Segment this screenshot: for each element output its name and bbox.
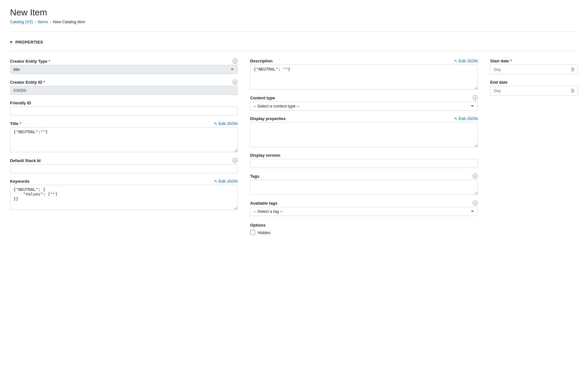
creator-entity-id-info-icon[interactable]: ℹ <box>233 80 238 85</box>
tags-group: Tags ℹ <box>250 174 478 195</box>
creator-entity-id-input <box>10 86 238 95</box>
keywords-textarea[interactable]: {"NEUTRAL": { "Values": [""] }} <box>10 185 238 210</box>
display-properties-textarea[interactable] <box>250 122 478 147</box>
keywords-group: Keywords ✎ Edit JSON {"NEUTRAL": { "Valu… <box>10 179 238 210</box>
breadcrumb-sep-1: › <box>35 20 36 24</box>
available-tags-label: Available tags <box>250 201 277 206</box>
creator-entity-type-info-icon[interactable]: ℹ <box>233 59 238 64</box>
breadcrumb: Catalog (V2) › Items › New Catalog Item <box>10 19 578 24</box>
friendly-id-input[interactable] <box>10 107 238 116</box>
tags-label: Tags <box>250 174 259 179</box>
title-textarea[interactable]: {"NEUTRAL":""} <box>10 127 238 152</box>
title-pencil-icon: ✎ <box>214 122 217 126</box>
form-grid: Creator Entity Type * ℹ title Creator En… <box>10 59 578 235</box>
title-edit-json-button[interactable]: ✎ Edit JSON <box>214 121 238 126</box>
display-version-label: Display version <box>250 153 478 158</box>
content-type-info-icon[interactable]: ℹ <box>473 95 478 100</box>
default-stack-id-label: Default Stack Id <box>10 158 41 163</box>
hidden-checkbox-label: Hidden <box>258 230 270 235</box>
creator-entity-type-required: * <box>49 59 50 64</box>
end-date-input-wrap: 🗓 <box>490 86 578 96</box>
creator-entity-id-required: * <box>44 80 45 85</box>
default-stack-id-group: Default Stack Id ℹ <box>10 158 238 173</box>
description-pencil-icon: ✎ <box>454 59 457 63</box>
display-version-input[interactable] <box>250 159 478 168</box>
breadcrumb-parent[interactable]: Items <box>38 19 48 24</box>
default-stack-id-info-icon[interactable]: ℹ <box>233 158 238 163</box>
start-date-input-wrap: 🗓 <box>490 65 578 74</box>
title-required: * <box>20 121 21 126</box>
start-date-label: Start date * <box>490 59 578 63</box>
section-divider <box>10 51 578 51</box>
display-version-group: Display version <box>250 153 478 168</box>
start-date-calendar-icon[interactable]: 🗓 <box>568 65 578 74</box>
display-properties-label: Display properties <box>250 116 286 121</box>
display-properties-pencil-icon: ✎ <box>454 117 457 121</box>
column-1: Creator Entity Type * ℹ title Creator En… <box>10 59 238 235</box>
friendly-id-group: Friendly ID <box>10 101 238 116</box>
column-3: Start date * 🗓 End date 🗓 <box>490 59 578 235</box>
hidden-checkbox[interactable] <box>250 230 255 235</box>
default-stack-id-input[interactable] <box>10 164 238 173</box>
start-date-group: Start date * 🗓 <box>490 59 578 74</box>
display-properties-group: Display properties ✎ Edit JSON <box>250 116 478 147</box>
page-title: New Item <box>10 8 578 18</box>
display-properties-edit-json-button[interactable]: ✎ Edit JSON <box>454 116 478 121</box>
header-divider <box>10 32 578 32</box>
content-type-label: Content type <box>250 96 275 100</box>
keywords-label: Keywords <box>10 179 29 184</box>
creator-entity-id-group: Creator Entity ID * ℹ <box>10 80 238 95</box>
creator-entity-type-select[interactable]: title <box>10 65 238 74</box>
title-group: Title * ✎ Edit JSON {"NEUTRAL":""} <box>10 121 238 152</box>
available-tags-group: Available tags ℹ -- Select a tag -- <box>250 201 478 216</box>
end-date-input[interactable] <box>491 86 568 95</box>
description-edit-json-button[interactable]: ✎ Edit JSON <box>454 59 478 63</box>
friendly-id-label: Friendly ID <box>10 101 238 105</box>
breadcrumb-root[interactable]: Catalog (V2) <box>10 19 33 24</box>
options-group: Options Hidden <box>250 223 478 235</box>
hidden-checkbox-row: Hidden <box>250 230 478 235</box>
content-type-select[interactable]: -- Select a content type -- <box>250 102 478 111</box>
available-tags-select[interactable]: -- Select a tag -- <box>250 207 478 216</box>
available-tags-info-icon[interactable]: ℹ <box>473 201 478 206</box>
properties-section-header: ▾ PROPERTIES <box>10 39 578 44</box>
column-2: Description ✎ Edit JSON {"NEUTRAL": ""} … <box>250 59 478 235</box>
description-group: Description ✎ Edit JSON {"NEUTRAL": ""} <box>250 59 478 90</box>
keywords-edit-json-button[interactable]: ✎ Edit JSON <box>214 179 238 184</box>
tags-textarea[interactable] <box>250 180 478 195</box>
end-date-calendar-icon[interactable]: 🗓 <box>568 86 578 95</box>
section-toggle-button[interactable]: ▾ <box>10 39 12 44</box>
keywords-pencil-icon: ✎ <box>214 179 217 184</box>
end-date-group: End date 🗓 <box>490 80 578 96</box>
creator-entity-type-group: Creator Entity Type * ℹ title <box>10 59 238 74</box>
content-type-group: Content type ℹ -- Select a content type … <box>250 95 478 111</box>
start-date-required: * <box>510 59 512 63</box>
options-label: Options <box>250 223 478 227</box>
title-label: Title * <box>10 121 21 126</box>
end-date-label: End date <box>490 80 578 85</box>
description-textarea[interactable]: {"NEUTRAL": ""} <box>250 65 478 90</box>
tags-info-icon[interactable]: ℹ <box>473 174 478 179</box>
breadcrumb-sep-2: › <box>50 20 51 24</box>
creator-entity-type-label: Creator Entity Type * <box>10 59 50 64</box>
breadcrumb-current: New Catalog Item <box>53 19 85 24</box>
description-label: Description <box>250 59 273 63</box>
start-date-input[interactable] <box>491 65 568 74</box>
section-title: PROPERTIES <box>15 40 43 44</box>
creator-entity-id-label: Creator Entity ID * <box>10 80 45 85</box>
